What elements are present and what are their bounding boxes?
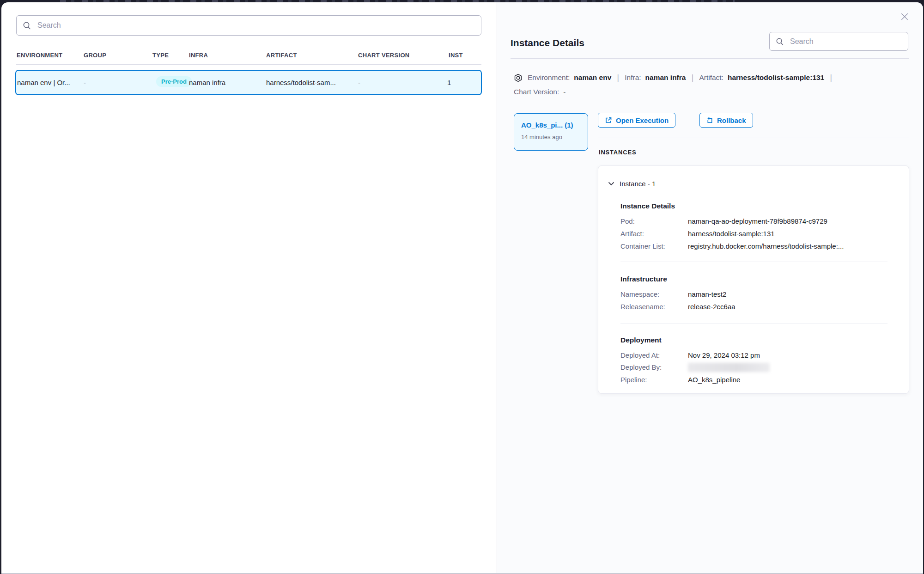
col-group: GROUP bbox=[84, 52, 106, 59]
panel-title: Instance Details bbox=[511, 37, 584, 49]
section-instance-details: Instance Details bbox=[620, 201, 675, 211]
chevron-down-icon bbox=[608, 182, 614, 186]
container-list-value: registry.hub.docker.com/harness/todolist… bbox=[688, 242, 844, 250]
environment-label: Environment: bbox=[528, 73, 570, 82]
artifact-label: Artifact: bbox=[620, 230, 644, 238]
environment-icon bbox=[514, 73, 523, 82]
panel-divider bbox=[497, 2, 497, 574]
execution-name: AO_k8s_pi... (1) bbox=[521, 121, 588, 129]
rollback-button[interactable]: Rollback bbox=[699, 113, 753, 128]
execution-time: 14 minutes ago bbox=[521, 134, 588, 140]
close-icon[interactable] bbox=[897, 9, 912, 24]
pipeline-label: Pipeline: bbox=[620, 376, 647, 384]
releasename-label: Releasename: bbox=[620, 303, 665, 311]
environments-search[interactable] bbox=[16, 15, 481, 36]
infra-label: Infra: bbox=[625, 73, 641, 82]
deployed-by-redacted-value bbox=[688, 363, 770, 372]
open-execution-button[interactable]: Open Execution bbox=[598, 113, 675, 128]
col-infra: INFRA bbox=[189, 52, 208, 59]
pod-label: Pod: bbox=[620, 217, 635, 225]
environments-search-input[interactable] bbox=[36, 21, 475, 30]
chart-version-label: Chart Version: bbox=[514, 88, 559, 96]
instance-card: Instance - 1 Instance Details Pod: naman… bbox=[598, 165, 909, 394]
container-list-label: Container List: bbox=[620, 242, 665, 250]
section-divider bbox=[620, 262, 888, 262]
instances-search-input[interactable] bbox=[789, 37, 902, 46]
separator: | bbox=[828, 73, 833, 83]
environment-value: naman env bbox=[574, 73, 611, 82]
section-deployment: Deployment bbox=[620, 335, 662, 345]
deployed-by-label: Deployed By: bbox=[620, 363, 662, 371]
row-inst-count: 1 bbox=[447, 79, 451, 86]
instances-search[interactable] bbox=[769, 32, 908, 51]
col-environment: ENVIRONMENT bbox=[17, 52, 62, 59]
namespace-label: Namespace: bbox=[620, 290, 659, 298]
actions-divider bbox=[598, 138, 909, 138]
releasename-value: release-2cc6aa bbox=[688, 303, 736, 311]
pod-value: naman-qa-ao-deployment-78f9b89874-c9729 bbox=[688, 217, 827, 225]
deployed-at-label: Deployed At: bbox=[620, 351, 660, 359]
deployment-summary: Environment: naman env | Infra: naman in… bbox=[514, 71, 888, 98]
external-link-icon bbox=[605, 116, 612, 124]
separator: | bbox=[690, 73, 695, 83]
pipeline-value: AO_k8s_pipeline bbox=[688, 376, 740, 384]
col-chart-version: CHART VERSION bbox=[358, 52, 410, 59]
namespace-value: naman-test2 bbox=[688, 290, 726, 298]
col-artifact: ARTIFACT bbox=[266, 52, 297, 59]
row-infra: naman infra bbox=[189, 79, 225, 86]
artifact-value: harness/todolist-sample:131 bbox=[688, 230, 775, 238]
col-inst: INST bbox=[449, 52, 463, 59]
chart-version-value: - bbox=[563, 88, 565, 96]
execution-card[interactable]: AO_k8s_pi... (1) 14 minutes ago bbox=[514, 113, 588, 151]
row-environment: naman env | Or... bbox=[17, 79, 70, 86]
open-execution-label: Open Execution bbox=[616, 116, 669, 124]
table-header-divider bbox=[16, 64, 481, 65]
screen: ENVIRONMENT GROUP TYPE INFRA ARTIFACT CH… bbox=[0, 0, 924, 574]
row-type-badge: Pre-Prod bbox=[156, 76, 192, 87]
separator: | bbox=[615, 73, 620, 83]
rollback-label: Rollback bbox=[717, 116, 746, 124]
row-artifact: harness/todolist-sam... bbox=[266, 79, 336, 86]
search-icon bbox=[776, 37, 784, 46]
col-type: TYPE bbox=[152, 52, 169, 59]
rollback-icon bbox=[706, 117, 713, 124]
artifact-label: Artifact: bbox=[699, 73, 723, 82]
section-divider bbox=[620, 323, 888, 324]
instance-toggle[interactable]: Instance - 1 bbox=[608, 178, 656, 189]
instance-title: Instance - 1 bbox=[620, 180, 656, 188]
row-group: - bbox=[84, 79, 86, 86]
instances-heading: INSTANCES bbox=[599, 149, 636, 156]
search-icon bbox=[23, 21, 31, 30]
row-chart-version: - bbox=[358, 79, 360, 86]
artifact-value: harness/todolist-sample:131 bbox=[728, 73, 824, 82]
deployed-at-value: Nov 29, 2024 03:12 pm bbox=[688, 351, 760, 359]
infra-value: naman infra bbox=[645, 73, 686, 82]
cut-off-page-behind-modal bbox=[60, 0, 735, 2]
header-divider bbox=[511, 58, 909, 59]
section-infrastructure: Infrastructure bbox=[620, 274, 667, 284]
